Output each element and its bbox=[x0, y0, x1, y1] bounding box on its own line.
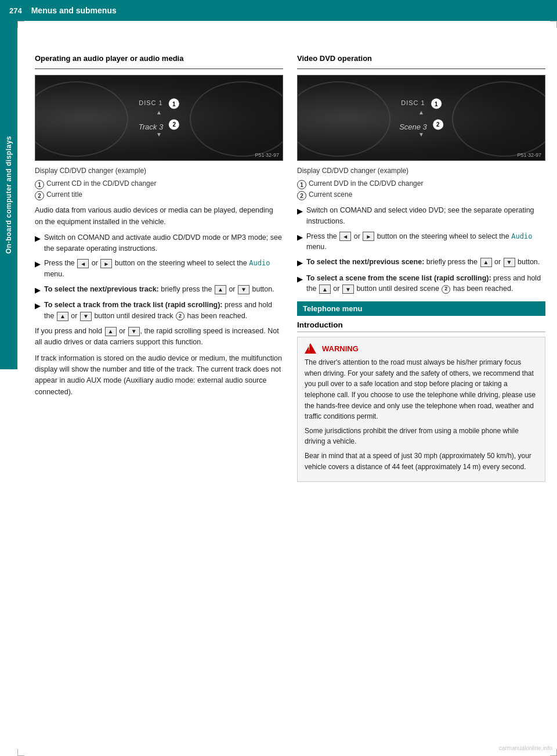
bullet-arrow-4: ▶ bbox=[35, 300, 41, 322]
page-number: 274 bbox=[9, 6, 22, 15]
watermark: carmanualonline.info bbox=[499, 745, 552, 751]
left-divider bbox=[35, 69, 283, 69]
intro-title: Introduction bbox=[297, 321, 545, 332]
left-bullet-2-text: Press the ◄ or ► button on the steering … bbox=[44, 258, 283, 280]
telephone-header: Telephone menu bbox=[297, 301, 545, 316]
scene-label-right: Scene 3 bbox=[399, 123, 427, 131]
right-bullet-2: ▶ Press the ◄ or ► button on the steerin… bbox=[297, 231, 545, 253]
left-bullet-1-text: Switch on COMAND and activate audio CD/D… bbox=[44, 232, 283, 254]
left-display-image: DISC 1 1 ▲ Track 3 2 ▼ P51·32-97 bbox=[35, 75, 283, 161]
right-bold-key-3: To select the next/previous scene: bbox=[306, 258, 424, 266]
corner-tr bbox=[550, 21, 557, 28]
right-caption-item-2: 2 Current scene bbox=[297, 190, 545, 200]
left-caption-title: Display CD/DVD changer (example) bbox=[35, 165, 283, 176]
bold-key-3: To select the next/previous track: bbox=[44, 285, 159, 293]
btn-prev-icon: ◄ bbox=[77, 259, 89, 268]
corner-tl bbox=[17, 21, 24, 28]
disc-label-left: DISC 1 bbox=[139, 99, 162, 106]
arrow-up-right: ▲ bbox=[399, 109, 443, 116]
btn-down-4: ▼ bbox=[80, 312, 92, 321]
left-caption-num-1: 1 bbox=[35, 180, 44, 189]
left-section-title: Operating an audio player or audio media bbox=[35, 53, 283, 64]
right-display-image: DISC 1 1 ▲ Scene 3 2 ▼ P51·32-97 bbox=[297, 75, 545, 161]
track-info-note: If track information is stored on the au… bbox=[35, 353, 283, 398]
left-bullet-3-text: To select the next/previous track: brief… bbox=[44, 284, 283, 296]
bullet-arrow-2: ▶ bbox=[35, 258, 41, 280]
center-display-left: DISC 1 1 ▲ Track 3 2 ▼ bbox=[139, 99, 179, 138]
right-caption-text-1: Current DVD in the CD/DVD changer bbox=[309, 179, 423, 188]
right-caption-item-1: 1 Current DVD in the CD/DVD changer bbox=[297, 179, 545, 189]
left-bullet-4: ▶ To select a track from the track list … bbox=[35, 300, 283, 322]
left-bullet-3: ▶ To select the next/previous track: bri… bbox=[35, 284, 283, 296]
right-btn-down-3: ▼ bbox=[504, 258, 515, 267]
right-btn-up-3: ▲ bbox=[480, 258, 492, 267]
left-caption-text-2: Current title bbox=[46, 190, 82, 199]
right-bullet-4-text: To select a scene from the scene list (r… bbox=[306, 273, 545, 295]
side-tab-label: On-board computer and displays bbox=[5, 136, 13, 254]
header-title: Menus and submenus bbox=[31, 6, 117, 15]
right-btn-prev: ◄ bbox=[339, 232, 351, 241]
btn-up-note: ▲ bbox=[105, 327, 117, 336]
rapid-scroll-note: If you press and hold ▲ or ▼, the rapid … bbox=[35, 326, 283, 348]
bold-key-4: To select a track from the track list (r… bbox=[44, 301, 223, 309]
track-label-left: Track 3 bbox=[139, 123, 163, 131]
warning-para-1: The driver's attention to the road must … bbox=[305, 357, 538, 422]
btn-next-icon: ► bbox=[100, 259, 112, 268]
btn-down-3: ▼ bbox=[238, 285, 249, 294]
right-bullet-arrow-2: ▶ bbox=[297, 232, 303, 253]
disc-label-right: DISC 1 bbox=[401, 99, 425, 106]
main-content: Operating an audio player or audio media… bbox=[29, 42, 557, 494]
right-divider bbox=[297, 69, 545, 69]
left-caption-text-1: Current CD in the CD/DVD changer bbox=[46, 179, 156, 188]
btn-up-3: ▲ bbox=[215, 285, 226, 294]
img-ref-left: P51·32-97 bbox=[255, 152, 279, 158]
circle-scene: 2 bbox=[442, 285, 450, 294]
warning-para-2: Some jurisdictions prohibit the driver f… bbox=[305, 426, 538, 447]
badge2-right: 2 bbox=[433, 119, 443, 129]
right-column: Video DVD operation DISC 1 1 ▲ Scene 3 2… bbox=[297, 53, 545, 482]
center-display-right: DISC 1 1 ▲ Scene 3 2 ▼ bbox=[399, 99, 443, 138]
bullet-arrow-1: ▶ bbox=[35, 233, 41, 254]
header-bar: 274 Menus and submenus bbox=[0, 0, 557, 21]
bullet-arrow-3: ▶ bbox=[35, 285, 41, 296]
right-bullet-3-text: To select the next/previous scene: brief… bbox=[306, 257, 545, 269]
badge2-left: 2 bbox=[169, 119, 179, 129]
btn-down-note: ▼ bbox=[128, 327, 140, 336]
arrow-up-left: ▲ bbox=[139, 109, 179, 116]
right-btn-next: ► bbox=[363, 232, 374, 241]
warning-para-3: Bear in mind that at a speed of just 30 … bbox=[305, 451, 538, 472]
right-bullet-arrow-4: ▶ bbox=[297, 273, 303, 295]
corner-bl bbox=[17, 749, 24, 756]
left-body-para: Audio data from various audio devices or… bbox=[35, 205, 283, 228]
right-bullet-4: ▶ To select a scene from the scene list … bbox=[297, 273, 545, 295]
right-btn-up-4: ▲ bbox=[319, 285, 331, 294]
right-btn-down-4: ▼ bbox=[342, 285, 354, 294]
left-bullet-2: ▶ Press the ◄ or ► button on the steerin… bbox=[35, 258, 283, 280]
right-bullet-arrow-1: ▶ bbox=[297, 206, 303, 227]
right-section-title: Video DVD operation bbox=[297, 53, 545, 64]
arrow-down-left: ▼ bbox=[139, 131, 179, 138]
right-bullet-arrow-3: ▶ bbox=[297, 257, 303, 269]
right-bullet-3: ▶ To select the next/previous scene: bri… bbox=[297, 257, 545, 269]
right-bold-key-4: To select a scene from the scene list (r… bbox=[306, 274, 491, 282]
btn-up-4: ▲ bbox=[57, 312, 68, 321]
arrow-down-right: ▼ bbox=[399, 131, 443, 138]
badge1-right: 1 bbox=[431, 99, 442, 109]
warning-title: WARNING bbox=[305, 343, 538, 354]
warning-triangle-icon bbox=[305, 343, 316, 354]
left-column: Operating an audio player or audio media… bbox=[35, 53, 283, 482]
warning-title-text: WARNING bbox=[322, 344, 359, 353]
left-caption-num-2: 2 bbox=[35, 191, 44, 200]
right-caption-text-2: Current scene bbox=[309, 190, 352, 199]
left-caption-item-2: 2 Current title bbox=[35, 190, 283, 200]
img-ref-right: P51·32-97 bbox=[517, 152, 541, 158]
right-caption-title: Display CD/DVD changer (example) bbox=[297, 165, 545, 176]
right-bullet-1: ▶ Switch on COMAND and select video DVD;… bbox=[297, 205, 545, 227]
right-audio-menu: Audio bbox=[511, 232, 532, 240]
right-bullet-2-text: Press the ◄ or ► button on the steering … bbox=[306, 231, 545, 253]
badge1-left: 1 bbox=[169, 99, 179, 109]
warning-box: WARNING The driver's attention to the ro… bbox=[297, 337, 545, 482]
left-caption-item-1: 1 Current CD in the CD/DVD changer bbox=[35, 179, 283, 189]
circle-track: 2 bbox=[176, 312, 185, 321]
side-tab: On-board computer and displays bbox=[0, 21, 17, 369]
